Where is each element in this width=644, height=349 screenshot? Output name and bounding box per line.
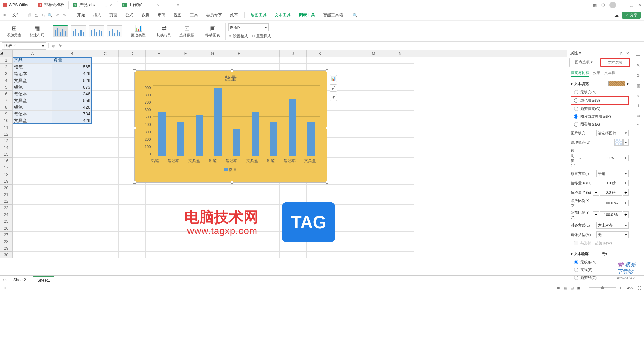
mirror-select[interactable]: 无▾ <box>596 231 629 238</box>
cell[interactable] <box>387 218 414 225</box>
row-header[interactable]: 13 <box>0 138 12 144</box>
row-header[interactable]: 16 <box>0 158 12 164</box>
outline-select[interactable]: 无▾ <box>602 251 629 256</box>
cell[interactable] <box>360 104 387 111</box>
cell[interactable] <box>253 252 280 258</box>
menu-page[interactable]: 页面 <box>106 10 121 20</box>
cell[interactable] <box>92 111 119 117</box>
cell[interactable] <box>13 178 52 185</box>
row-header[interactable]: 26 <box>0 225 12 232</box>
row-header[interactable]: 28 <box>0 238 12 245</box>
cell[interactable] <box>92 238 119 245</box>
cell[interactable] <box>387 124 414 131</box>
cell[interactable] <box>253 238 280 245</box>
cell[interactable] <box>333 91 360 97</box>
change-type-button[interactable]: 📊更改类型 <box>128 24 148 38</box>
cell[interactable] <box>13 211 52 218</box>
cell[interactable] <box>13 158 52 164</box>
cell[interactable] <box>333 158 360 164</box>
cell[interactable] <box>13 131 52 138</box>
layers-icon[interactable]: ▥ <box>636 83 640 88</box>
row-header[interactable]: 6 <box>0 91 12 97</box>
chart-bar[interactable] <box>307 122 315 156</box>
cell[interactable] <box>52 218 92 225</box>
pattern-fill-radio[interactable]: 图案填充(A) <box>571 120 629 128</box>
cell[interactable]: 文具盒 <box>13 77 52 84</box>
menu-data[interactable]: 数据 <box>138 10 153 20</box>
cell[interactable] <box>92 252 119 258</box>
cell[interactable] <box>92 97 119 104</box>
cell[interactable] <box>333 84 360 91</box>
cell[interactable] <box>146 185 172 191</box>
cell[interactable] <box>360 178 387 185</box>
cell[interactable]: 426 <box>52 70 92 77</box>
cell[interactable] <box>172 64 199 70</box>
cell[interactable] <box>333 178 360 185</box>
menu-formula[interactable]: 公式 <box>122 10 137 20</box>
cell[interactable] <box>199 252 226 258</box>
cell[interactable] <box>226 245 253 252</box>
chart-title[interactable]: 数量 <box>135 71 327 86</box>
cube-icon[interactable]: ⬡ <box>601 3 605 7</box>
align-select[interactable]: 左上对齐▾ <box>596 222 629 229</box>
cell[interactable] <box>92 218 119 225</box>
chart-style-3[interactable] <box>89 25 104 37</box>
cell[interactable]: 产品 <box>13 57 52 64</box>
add-sheet-icon[interactable]: + <box>57 278 59 282</box>
cell[interactable]: 873 <box>52 84 92 91</box>
cell[interactable] <box>92 171 119 178</box>
cell[interactable] <box>333 151 360 158</box>
row-header[interactable]: 21 <box>0 191 12 198</box>
cell[interactable] <box>280 245 307 252</box>
zoom-thumb[interactable] <box>601 286 604 289</box>
picture-fill-radio[interactable]: 图片或纹理填充(P) <box>571 113 629 120</box>
cell[interactable]: 笔记本 <box>13 91 52 97</box>
cell[interactable] <box>226 252 253 258</box>
cell[interactable] <box>199 238 226 245</box>
maximize-icon[interactable]: ▢ <box>630 3 633 7</box>
tab-workbook1[interactable]: S工作簿1× <box>118 1 165 9</box>
cell[interactable] <box>360 124 387 131</box>
undo-icon[interactable]: ↶ <box>56 13 59 18</box>
cell[interactable] <box>360 91 387 97</box>
cell[interactable] <box>253 57 280 64</box>
cell[interactable] <box>52 131 92 138</box>
cell[interactable] <box>199 185 226 191</box>
chart-object[interactable]: 数量 9008007006005004003002001000 铅笔笔记本文具盒… <box>134 70 327 183</box>
cell[interactable] <box>360 245 387 252</box>
collapse-icon[interactable]: — <box>636 53 640 58</box>
cell[interactable] <box>172 252 199 258</box>
cell[interactable] <box>13 151 52 158</box>
chart-bar[interactable] <box>270 122 277 156</box>
cell[interactable] <box>253 191 280 198</box>
cell[interactable] <box>52 191 92 198</box>
cell[interactable] <box>13 205 52 211</box>
close-icon[interactable]: ✕ <box>638 3 641 7</box>
cell[interactable] <box>360 205 387 211</box>
cell[interactable] <box>119 185 146 191</box>
cell[interactable] <box>172 191 199 198</box>
inc-button[interactable]: + <box>623 211 629 218</box>
cell[interactable] <box>92 151 119 158</box>
cell[interactable] <box>360 218 387 225</box>
cell[interactable]: 文具盒 <box>13 97 52 104</box>
row-header[interactable]: 20 <box>0 185 12 191</box>
cell[interactable] <box>360 144 387 151</box>
cell[interactable] <box>92 232 119 238</box>
cell[interactable] <box>92 245 119 252</box>
cell[interactable] <box>333 171 360 178</box>
cell[interactable] <box>92 205 119 211</box>
cell[interactable]: 笔记本 <box>13 111 52 117</box>
col-header[interactable]: M <box>360 50 387 57</box>
menu-icon[interactable]: ≡ <box>3 13 6 18</box>
cell[interactable] <box>360 70 387 77</box>
col-header[interactable]: J <box>280 50 307 57</box>
formula-input[interactable] <box>65 43 641 48</box>
tab-template[interactable]: D找稻壳模板 <box>34 1 68 9</box>
adjust-icon[interactable]: ⟐ <box>637 93 639 98</box>
cell[interactable] <box>172 238 199 245</box>
cell[interactable] <box>360 252 387 258</box>
cell[interactable] <box>387 104 414 111</box>
cell[interactable] <box>146 232 172 238</box>
status-icon[interactable]: ⊞ <box>3 286 6 290</box>
